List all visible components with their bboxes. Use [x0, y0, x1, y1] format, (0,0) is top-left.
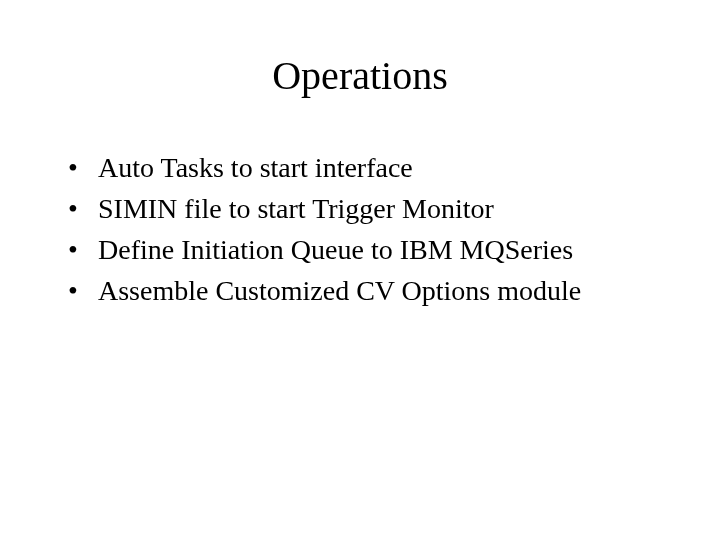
list-item: • Assemble Customized CV Options module [68, 273, 668, 308]
bullet-list: • Auto Tasks to start interface • SIMIN … [68, 150, 668, 314]
bullet-icon: • [68, 150, 98, 185]
slide: Operations • Auto Tasks to start interfa… [0, 0, 720, 540]
bullet-icon: • [68, 191, 98, 226]
slide-title: Operations [0, 52, 720, 99]
bullet-text: SIMIN file to start Trigger Monitor [98, 191, 494, 226]
bullet-text: Define Initiation Queue to IBM MQSeries [98, 232, 573, 267]
list-item: • SIMIN file to start Trigger Monitor [68, 191, 668, 226]
bullet-text: Assemble Customized CV Options module [98, 273, 581, 308]
bullet-icon: • [68, 273, 98, 308]
bullet-icon: • [68, 232, 98, 267]
list-item: • Define Initiation Queue to IBM MQSerie… [68, 232, 668, 267]
bullet-text: Auto Tasks to start interface [98, 150, 413, 185]
list-item: • Auto Tasks to start interface [68, 150, 668, 185]
